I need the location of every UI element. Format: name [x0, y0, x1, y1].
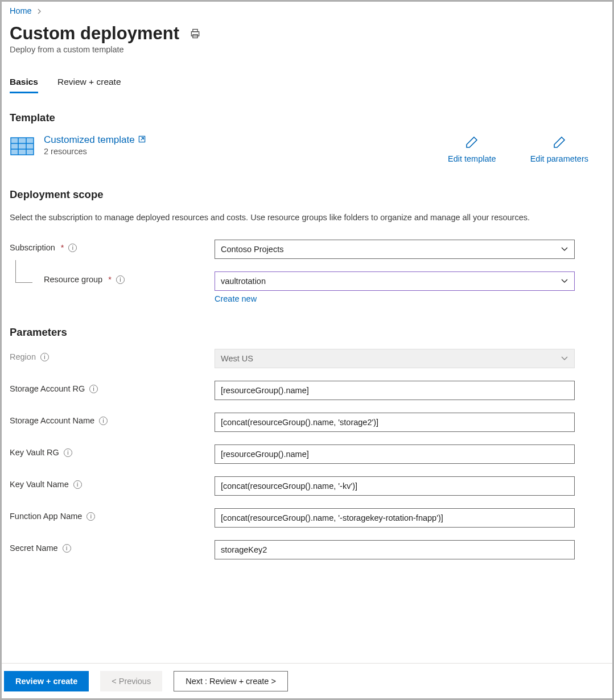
info-icon[interactable]: i	[68, 244, 77, 252]
function-app-name-input[interactable]	[215, 508, 575, 528]
info-icon[interactable]: i	[73, 480, 82, 489]
region-value: West US	[221, 354, 253, 363]
page-subtitle: Deploy from a custom template	[10, 45, 604, 54]
key-vault-rg-input[interactable]	[215, 444, 575, 464]
customized-template-link[interactable]: Customized template	[44, 134, 146, 146]
edit-template-label: Edit template	[448, 154, 496, 163]
info-icon[interactable]: i	[63, 544, 71, 553]
parameters-section-title: Parameters	[10, 326, 604, 339]
open-external-icon	[138, 135, 146, 145]
review-create-button[interactable]: Review + create	[4, 671, 89, 691]
storage-account-name-input[interactable]	[215, 413, 575, 432]
info-icon[interactable]: i	[40, 353, 49, 361]
create-new-link[interactable]: Create new	[215, 294, 257, 303]
breadcrumb-home[interactable]: Home	[10, 6, 32, 15]
deployment-scope-title: Deployment scope	[10, 188, 604, 201]
function-app-name-label: Function App Name	[10, 512, 82, 521]
key-vault-name-label: Key Vault Name	[10, 480, 69, 489]
tabs: Basics Review + create	[10, 77, 604, 93]
previous-button[interactable]: < Previous	[100, 671, 162, 691]
chevron-down-icon	[561, 277, 568, 286]
required-marker: *	[61, 243, 64, 252]
footer: Review + create < Previous Next : Review…	[2, 663, 612, 698]
subscription-label: Subscription	[10, 243, 55, 252]
template-section-title: Template	[10, 112, 604, 124]
edit-parameters-link[interactable]: Edit parameters	[530, 135, 588, 163]
info-icon[interactable]: i	[99, 417, 108, 425]
info-icon[interactable]: i	[116, 275, 125, 284]
key-vault-name-input[interactable]	[215, 476, 575, 496]
resource-group-value: vaultrotation	[221, 277, 266, 286]
template-resource-count: 2 resources	[44, 147, 146, 156]
svg-rect-3	[11, 138, 34, 155]
resource-group-label: Resource group	[44, 275, 102, 284]
info-icon[interactable]: i	[89, 385, 98, 393]
secret-name-input[interactable]	[215, 540, 575, 559]
secret-name-label: Secret Name	[10, 543, 58, 553]
storage-account-name-label: Storage Account Name	[10, 416, 94, 425]
required-marker: *	[108, 275, 112, 284]
customized-template-label: Customized template	[44, 134, 135, 146]
info-icon[interactable]: i	[86, 512, 95, 521]
resource-group-select[interactable]: vaultrotation	[215, 271, 575, 291]
breadcrumb-separator	[38, 7, 42, 16]
page-title: Custom deployment	[10, 23, 179, 44]
edit-parameters-label: Edit parameters	[530, 154, 588, 163]
chevron-down-icon	[561, 354, 568, 363]
deployment-window: Home Custom deployment Deploy from a cus…	[2, 2, 612, 698]
chevron-down-icon	[561, 245, 568, 254]
storage-account-rg-input[interactable]	[215, 381, 575, 400]
storage-account-rg-label: Storage Account RG	[10, 384, 85, 393]
subscription-value: Contoso Projects	[221, 245, 283, 254]
deployment-scope-description: Select the subscription to manage deploy…	[10, 211, 604, 224]
print-icon[interactable]	[189, 26, 201, 41]
resource-group-connector	[15, 260, 32, 283]
next-button[interactable]: Next : Review + create >	[174, 671, 288, 691]
tab-basics[interactable]: Basics	[10, 77, 38, 93]
edit-parameters-icon	[553, 135, 566, 151]
edit-template-icon	[465, 135, 479, 151]
region-label: Region	[10, 352, 36, 361]
subscription-select[interactable]: Contoso Projects	[215, 240, 575, 259]
key-vault-rg-label: Key Vault RG	[10, 448, 59, 457]
template-icon	[10, 134, 35, 159]
tab-review-create[interactable]: Review + create	[57, 77, 121, 93]
breadcrumb: Home	[10, 6, 604, 15]
info-icon[interactable]: i	[64, 448, 72, 457]
edit-template-link[interactable]: Edit template	[448, 135, 496, 163]
region-select: West US	[215, 349, 575, 368]
